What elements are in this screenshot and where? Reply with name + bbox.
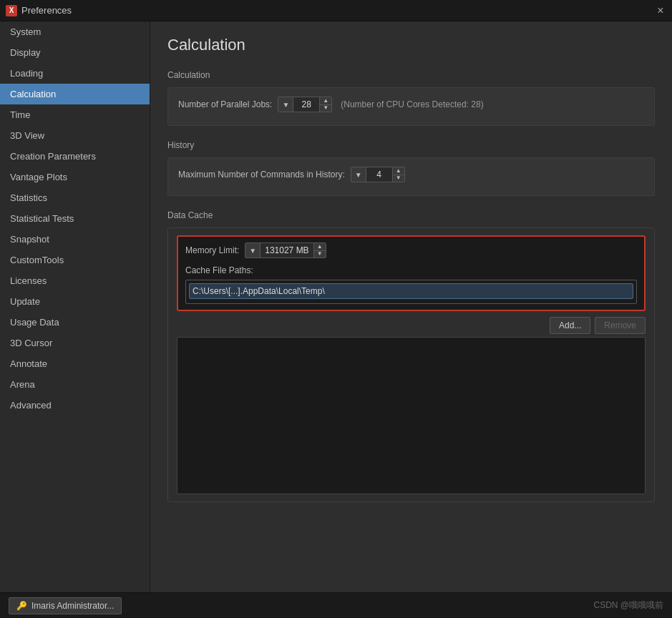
parallel-jobs-row: Number of Parallel Jobs: ▼ 28 ▲ ▼ (Numbe… (178, 97, 644, 112)
memory-limit-label: Memory Limit: (185, 245, 239, 255)
sidebar-item-3d-view[interactable]: 3D View (0, 125, 150, 146)
max-commands-arrows: ▲ ▼ (392, 167, 404, 182)
memory-limit-dropdown[interactable]: ▼ (245, 243, 260, 258)
calculation-section-label: Calculation (167, 70, 655, 80)
sidebar-item-display[interactable]: Display (0, 42, 150, 63)
parallel-jobs-up[interactable]: ▲ (320, 97, 331, 105)
max-commands-spinner[interactable]: ▼ 4 ▲ ▼ (351, 167, 405, 182)
memory-limit-down[interactable]: ▼ (314, 251, 326, 258)
max-commands-dropdown[interactable]: ▼ (351, 167, 366, 182)
sidebar-item-advanced[interactable]: Advanced (0, 395, 150, 416)
memory-limit-value: 131027 MB (260, 245, 313, 255)
sidebar-item-custom-tools[interactable]: CustomTools (0, 250, 150, 270)
main-content: System Display Loading Calculation Time … (0, 21, 672, 592)
sidebar: System Display Loading Calculation Time … (0, 21, 150, 592)
add-button[interactable]: Add... (550, 317, 590, 334)
sidebar-item-time[interactable]: Time (0, 104, 150, 125)
cache-paths-list: C:\Users\[...].AppData\Local\Temp\ (185, 280, 637, 304)
app-icon: X (6, 5, 17, 16)
parallel-jobs-spinner[interactable]: ▼ 28 ▲ ▼ (278, 97, 332, 112)
parallel-jobs-value: 28 (293, 99, 319, 109)
watermark: CSDN @哦哦哦前 (593, 599, 663, 612)
remove-button[interactable]: Remove (595, 317, 646, 334)
sidebar-item-licenses[interactable]: Licenses (0, 270, 150, 291)
sidebar-item-loading[interactable]: Loading (0, 63, 150, 84)
memory-limit-box: Memory Limit: ▼ 131027 MB ▲ ▼ Cache Fi (177, 235, 646, 311)
parallel-jobs-arrows: ▲ ▼ (319, 97, 331, 112)
cache-list-area (177, 337, 646, 494)
memory-limit-arrows: ▲ ▼ (313, 243, 326, 258)
sidebar-item-system[interactable]: System (0, 21, 150, 42)
sidebar-item-vantage-plots[interactable]: Vantage Plots (0, 167, 150, 187)
sidebar-item-statistics[interactable]: Statistics (0, 187, 150, 208)
page-title: Calculation (167, 36, 655, 54)
max-commands-value: 4 (366, 170, 392, 180)
admin-button[interactable]: 🔑 Imaris Administrator... (9, 597, 122, 614)
memory-limit-row: Memory Limit: ▼ 131027 MB ▲ ▼ (185, 242, 637, 258)
sidebar-item-calculation[interactable]: Calculation (0, 84, 150, 104)
sidebar-item-annotate[interactable]: Annotate (0, 353, 150, 374)
admin-label: Imaris Administrator... (31, 601, 114, 611)
cache-path-item: C:\Users\[...].AppData\Local\Temp\ (189, 283, 633, 299)
title-bar-left: X Preferences (6, 5, 72, 16)
bottom-bar: 🔑 Imaris Administrator... CSDN @哦哦哦前 (0, 592, 672, 618)
sidebar-item-statistical-tests[interactable]: Statistical Tests (0, 208, 150, 229)
sidebar-item-update[interactable]: Update (0, 291, 150, 312)
sidebar-item-arena[interactable]: Arena (0, 374, 150, 395)
window-title: Preferences (21, 5, 72, 16)
sidebar-item-usage-data[interactable]: Usage Data (0, 312, 150, 333)
max-commands-down[interactable]: ▼ (393, 175, 404, 182)
right-panel: Calculation Calculation Number of Parall… (150, 21, 672, 592)
data-cache-block: Memory Limit: ▼ 131027 MB ▲ ▼ Cache Fi (167, 227, 655, 502)
history-section-label: History (167, 140, 655, 150)
key-icon: 🔑 (16, 601, 27, 611)
calculation-block: Number of Parallel Jobs: ▼ 28 ▲ ▼ (Numbe… (167, 87, 655, 126)
title-bar: X Preferences × (0, 0, 672, 21)
cache-file-paths-label: Cache File Paths: (185, 265, 637, 275)
parallel-jobs-label: Number of Parallel Jobs: (178, 99, 272, 109)
max-commands-up[interactable]: ▲ (393, 167, 404, 175)
parallel-jobs-down[interactable]: ▼ (320, 105, 331, 112)
data-cache-section-label: Data Cache (167, 210, 655, 220)
memory-limit-spinner[interactable]: ▼ 131027 MB ▲ ▼ (245, 242, 326, 258)
parallel-jobs-dropdown[interactable]: ▼ (278, 97, 293, 112)
max-commands-label: Maximum Number of Commands in History: (178, 170, 345, 180)
close-button[interactable]: × (655, 5, 666, 16)
memory-limit-up[interactable]: ▲ (314, 243, 326, 251)
sidebar-item-snapshot[interactable]: Snapshot (0, 229, 150, 250)
sidebar-item-3d-cursor[interactable]: 3D Cursor (0, 333, 150, 353)
max-commands-row: Maximum Number of Commands in History: ▼… (178, 167, 644, 182)
parallel-jobs-hint: (Number of CPU Cores Detected: 28) (341, 99, 483, 109)
sidebar-item-creation-parameters[interactable]: Creation Parameters (0, 146, 150, 167)
preferences-window: X Preferences × System Display Loading C… (0, 0, 672, 618)
history-block: Maximum Number of Commands in History: ▼… (167, 157, 655, 196)
